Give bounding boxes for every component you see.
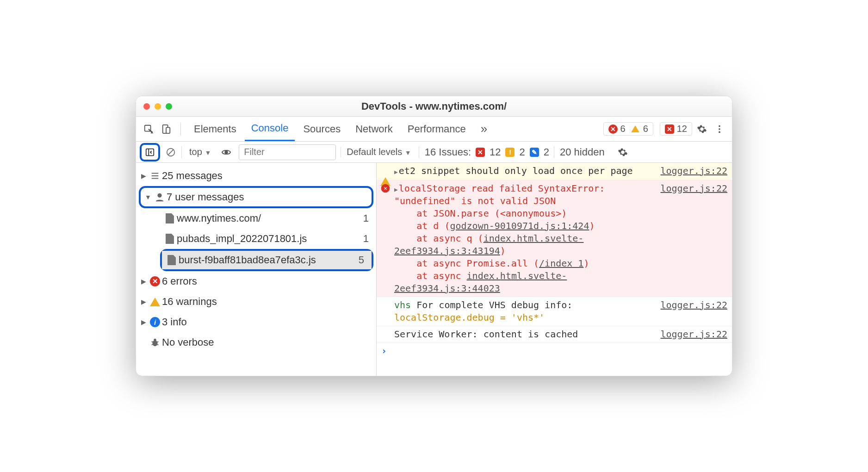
tab-network[interactable]: Network — [349, 117, 399, 141]
console-text: Service Worker: content is cached — [394, 329, 578, 340]
file-icon — [163, 234, 177, 244]
sidebar-file-item-selected[interactable]: burst-f9baff81bad8ea7efa3c.js 5 — [162, 251, 372, 269]
chevron-down-icon: ▼ — [205, 149, 211, 156]
stack-line-pre: at async q ( — [416, 233, 484, 244]
issues-warn-count: 2 — [519, 146, 525, 158]
sidebar-file-count: 1 — [363, 212, 372, 224]
source-link[interactable]: logger.js:22 — [657, 165, 728, 178]
sidebar-item-warnings[interactable]: ▶ 16 warnings — [136, 292, 376, 312]
chevron-right-icon: ▶ — [139, 318, 148, 326]
svg-point-5 — [719, 131, 720, 133]
sidebar-item-errors[interactable]: ▶ ✕ 6 errors — [136, 271, 376, 292]
log-levels-label: Default levels — [347, 147, 402, 157]
console-message-log[interactable]: vhs For complete VHS debug info: localSt… — [377, 297, 732, 326]
console-output: ▶et2 snippet should only load once per p… — [377, 163, 732, 376]
titlebar: DevTools - www.nytimes.com/ — [136, 96, 732, 117]
sidebar-item-label: 7 user messages — [167, 191, 367, 203]
svg-rect-2 — [166, 127, 170, 133]
sidebar-item-verbose[interactable]: No verbose — [136, 332, 376, 353]
svg-line-9 — [168, 149, 174, 155]
console-message-warn[interactable]: ▶et2 snippet should only load once per p… — [377, 163, 732, 180]
device-toggle-icon[interactable] — [158, 121, 174, 137]
separator — [181, 146, 182, 158]
sidebar-file-item[interactable]: www.nytimes.com/ 1 — [136, 208, 376, 229]
spacer — [380, 299, 391, 324]
tab-performance[interactable]: Performance — [401, 117, 472, 141]
stack-link[interactable]: /index 1 — [539, 258, 583, 269]
console-message-log[interactable]: Service Worker: content is cached logger… — [377, 326, 732, 343]
console-message-error[interactable]: ✕ ▶localStorage read failed SyntaxError:… — [377, 180, 732, 297]
sidebar-file-item-highlight: burst-f9baff81bad8ea7efa3c.js 5 — [160, 249, 373, 271]
spacer — [380, 328, 391, 341]
kebab-menu-icon[interactable] — [712, 121, 727, 137]
console-settings-icon[interactable] — [615, 144, 631, 160]
chevron-down-icon: ▼ — [143, 193, 153, 201]
error-icon: ✕ — [148, 276, 162, 286]
bug-icon — [148, 337, 162, 348]
console-text: "undefined" is not valid JSON — [394, 195, 556, 206]
console-filterbar: top ▼ Default levels ▼ 16 Issues: ✕ 12 !… — [136, 142, 732, 163]
issues-warn-icon: ! — [505, 148, 515, 157]
issues-x-count: 12 — [677, 124, 687, 134]
sidebar-item-user-messages[interactable]: ▼ 7 user messages — [141, 188, 372, 206]
svg-point-10 — [225, 150, 228, 154]
filter-input[interactable] — [239, 144, 336, 160]
sidebar-item-info[interactable]: ▶ i 3 info — [136, 312, 376, 332]
sidebar-file-label: www.nytimes.com/ — [177, 212, 363, 224]
source-link[interactable]: logger.js:22 — [657, 182, 728, 295]
console-sidebar: ▶ 25 messages ▼ 7 user messages www.nyti… — [136, 163, 377, 376]
issues-pill[interactable]: ✕ 12 — [660, 122, 692, 136]
settings-icon[interactable] — [694, 121, 710, 137]
console-text: localStorage read failed SyntaxError: — [399, 183, 605, 194]
warning-icon — [148, 298, 162, 306]
sidebar-file-label: burst-f9baff81bad8ea7efa3c.js — [179, 254, 359, 266]
error-count: 6 — [620, 124, 626, 134]
sidebar-item-label: 6 errors — [162, 275, 372, 287]
source-link[interactable]: logger.js:22 — [657, 299, 728, 324]
sidebar-item-label: 16 warnings — [162, 296, 372, 308]
error-icon: ✕ — [608, 124, 618, 134]
error-warning-pill[interactable]: ✕ 6 6 — [603, 122, 653, 136]
hidden-count[interactable]: 20 hidden — [554, 146, 610, 158]
tabs-overflow-icon[interactable]: » — [474, 117, 494, 141]
chevron-right-icon: ▶ — [394, 168, 398, 175]
issues-label: 16 Issues: — [425, 146, 471, 158]
svg-point-12 — [153, 340, 158, 346]
console-prompt[interactable]: › — [377, 343, 732, 359]
sidebar-file-count: 5 — [359, 254, 367, 266]
devtools-tabs: Elements Console Sources Network Perform… — [136, 117, 732, 142]
window-title: DevTools - www.nytimes.com/ — [136, 100, 732, 112]
context-selector[interactable]: top ▼ — [186, 147, 214, 157]
file-icon — [165, 255, 179, 265]
stack-link[interactable]: godzown-9010971d.js:1:424 — [450, 220, 589, 231]
context-label: top — [189, 147, 202, 157]
info-icon: i — [148, 317, 162, 327]
sidebar-toggle-highlight — [140, 143, 160, 161]
error-icon: ✕ — [380, 182, 391, 295]
chevron-right-icon: ▶ — [139, 172, 148, 180]
sidebar-file-label: pubads_impl_2022071801.js — [177, 233, 363, 245]
file-icon — [163, 213, 177, 224]
live-expression-icon[interactable] — [218, 144, 234, 160]
sidebar-toggle-icon[interactable] — [143, 146, 156, 159]
clear-console-icon[interactable] — [165, 146, 177, 158]
stack-line: at JSON.parse (<anonymous>) — [416, 208, 567, 219]
stack-line-pre: at async — [416, 270, 466, 281]
tab-elements[interactable]: Elements — [187, 117, 243, 141]
console-split: ▶ 25 messages ▼ 7 user messages www.nyti… — [136, 163, 732, 376]
tabbar-counts: ✕ 6 6 ✕ 12 — [603, 122, 693, 136]
source-link[interactable]: logger.js:22 — [657, 328, 728, 341]
inspect-icon[interactable] — [141, 121, 156, 137]
sidebar-file-item[interactable]: pubads_impl_2022071801.js 1 — [136, 229, 376, 249]
svg-point-4 — [719, 128, 720, 130]
list-icon — [148, 171, 162, 181]
sidebar-item-messages[interactable]: ▶ 25 messages — [136, 166, 376, 186]
tab-sources[interactable]: Sources — [297, 117, 347, 141]
issues-summary[interactable]: 16 Issues: ✕ 12 ! 2 ✎ 2 — [419, 146, 549, 158]
warning-icon — [631, 125, 639, 132]
log-levels-selector[interactable]: Default levels ▼ — [341, 147, 414, 157]
tab-console[interactable]: Console — [245, 117, 295, 141]
user-icon — [153, 192, 167, 202]
svg-point-13 — [154, 339, 156, 342]
sidebar-item-label: No verbose — [162, 336, 372, 348]
